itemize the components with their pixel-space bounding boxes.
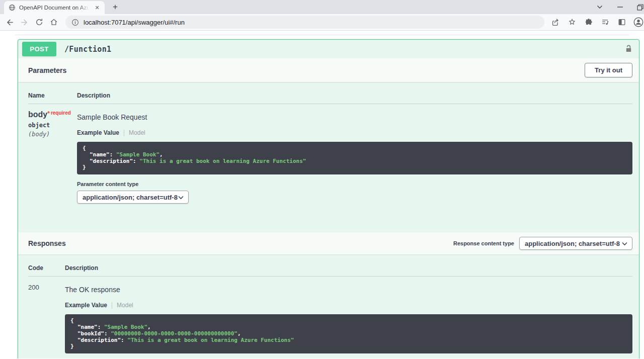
auth-lock-icon[interactable] — [624, 44, 633, 54]
parameter-content-type-label: Parameter content type — [77, 181, 632, 187]
code-line: "bookId": "00000000-0000-0000-0000-00000… — [70, 331, 627, 337]
media-controls-icon[interactable] — [599, 16, 611, 28]
side-panel-icon[interactable] — [616, 16, 628, 28]
address-bar[interactable]: localhost:7071/api/swagger/ui#/run — [65, 16, 544, 29]
code-close-brace: } — [83, 164, 627, 171]
responses-section-header: Responses Response content type applicat… — [18, 232, 639, 254]
parameters-table-header: Name Description — [28, 92, 632, 104]
minimize-button[interactable] — [610, 0, 630, 14]
section-divider — [15, 35, 629, 35]
tab-example-value[interactable]: Example Value — [77, 129, 119, 136]
restore-button[interactable] — [630, 0, 644, 14]
column-code: Code — [28, 264, 65, 272]
chevron-down-icon — [622, 240, 627, 247]
method-badge: POST — [22, 42, 56, 56]
extensions-puzzle-icon[interactable] — [583, 16, 595, 28]
response-content-type-select[interactable]: application/json; charset=utf-8 — [519, 237, 632, 250]
response-row-200: 200 The OK response Example Value Model … — [28, 277, 632, 353]
code-line: "description": "This is a great book on … — [83, 158, 627, 165]
example-model-tabs: Example Value Model — [77, 129, 632, 136]
code-open-brace: { — [70, 318, 627, 324]
code-close-brace: } — [70, 343, 627, 350]
window-controls — [590, 0, 644, 14]
browser-toolbar: localhost:7071/api/swagger/ui#/run — [0, 14, 644, 31]
responses-table: Code Description 200 The OK response Exa… — [18, 254, 639, 353]
required-label: required — [51, 110, 71, 116]
code-line: "name": "Sample Book", — [70, 324, 627, 331]
browser-tab[interactable]: OpenAPI Document on Azure Fu ✕ — [4, 1, 105, 14]
parameter-content-type-select[interactable]: application/json; charset=utf-8 — [77, 191, 189, 204]
parameters-section-header: Parameters Try it out — [18, 58, 639, 82]
responses-title: Responses — [28, 239, 66, 247]
endpoint-path: /Function1 — [64, 45, 111, 54]
home-button[interactable] — [47, 16, 60, 29]
opblock-header[interactable]: POST /Function1 — [18, 40, 639, 58]
responses-table-header: Code Description — [28, 264, 632, 277]
tab-model[interactable]: Model — [129, 129, 145, 136]
code-line: "description": "This is a great book on … — [70, 337, 627, 344]
tab-strip: OpenAPI Document on Azure Fu ✕ + — [0, 0, 644, 14]
parameter-location: (body) — [28, 131, 77, 138]
bookmark-star-icon[interactable] — [566, 16, 578, 28]
request-example-code: { "name": "Sample Book", "description": … — [77, 142, 632, 174]
code-open-brace: { — [83, 145, 627, 152]
response-code: 200 — [28, 283, 65, 353]
back-button[interactable] — [3, 16, 17, 29]
tab-divider — [124, 130, 124, 136]
tab-model[interactable]: Model — [117, 302, 133, 309]
parameters-table: Name Description body*required object (b… — [18, 82, 639, 232]
site-info-icon[interactable] — [71, 19, 79, 26]
column-name: Name — [28, 92, 77, 99]
response-description: The OK response — [65, 283, 632, 294]
required-star: * — [47, 110, 50, 117]
parameter-row-body: body*required object (body) Sample Book … — [28, 104, 632, 204]
tab-close-icon[interactable]: ✕ — [93, 4, 101, 12]
parameter-description: Sample Book Request — [77, 110, 632, 121]
example-model-tabs: Example Value Model — [65, 302, 632, 309]
parameter-name: body*required — [28, 110, 77, 119]
new-tab-button[interactable]: + — [109, 1, 122, 14]
try-it-out-button[interactable]: Try it out — [585, 63, 632, 77]
response-content-type: Response content type application/json; … — [453, 237, 632, 250]
tab-search-icon[interactable] — [590, 0, 610, 14]
column-description: Description — [65, 264, 632, 272]
response-content-type-label: Response content type — [453, 240, 514, 246]
share-icon[interactable] — [549, 16, 561, 28]
reload-button[interactable] — [32, 16, 46, 29]
column-description: Description — [77, 92, 632, 99]
forward-button[interactable] — [18, 16, 31, 29]
code-line: "name": "Sample Book", — [83, 152, 627, 158]
parameters-title: Parameters — [28, 66, 66, 74]
tab-example-value[interactable]: Example Value — [65, 302, 107, 309]
profile-avatar[interactable] — [632, 16, 644, 28]
parameter-type: object — [28, 122, 77, 129]
tab-title: OpenAPI Document on Azure Fu — [19, 5, 90, 11]
tab-divider — [112, 302, 112, 309]
globe-favicon-icon — [9, 4, 16, 11]
swagger-page: POST /Function1 Parameters Try it out Na… — [0, 31, 644, 358]
url-text[interactable]: localhost:7071/api/swagger/ui#/run — [84, 19, 185, 26]
response-example-code: { "name": "Sample Book", "bookId": "0000… — [65, 314, 632, 353]
opblock-post-function1: POST /Function1 Parameters Try it out Na… — [18, 39, 639, 358]
chevron-down-icon — [178, 194, 184, 201]
